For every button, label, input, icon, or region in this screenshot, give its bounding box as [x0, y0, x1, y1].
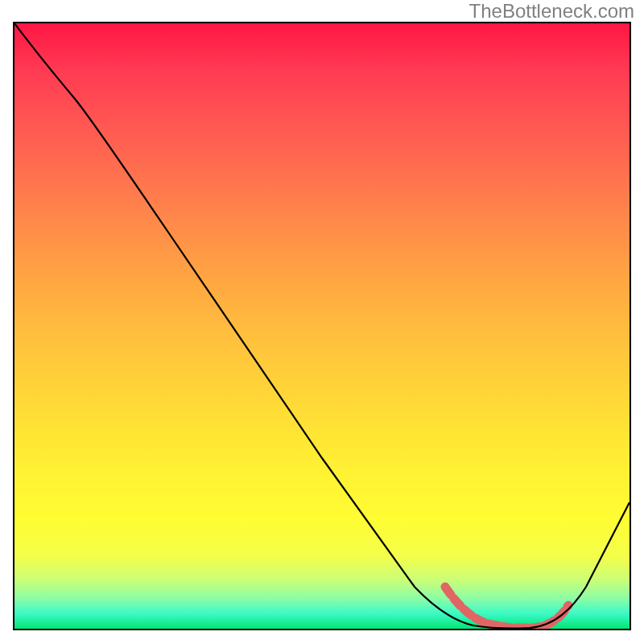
attribution-label: TheBottleneck.com [469, 0, 634, 23]
plot-area [13, 22, 631, 630]
curve-svg [14, 23, 630, 629]
chart-container: TheBottleneck.com [0, 0, 644, 644]
bottleneck-curve [14, 23, 630, 629]
